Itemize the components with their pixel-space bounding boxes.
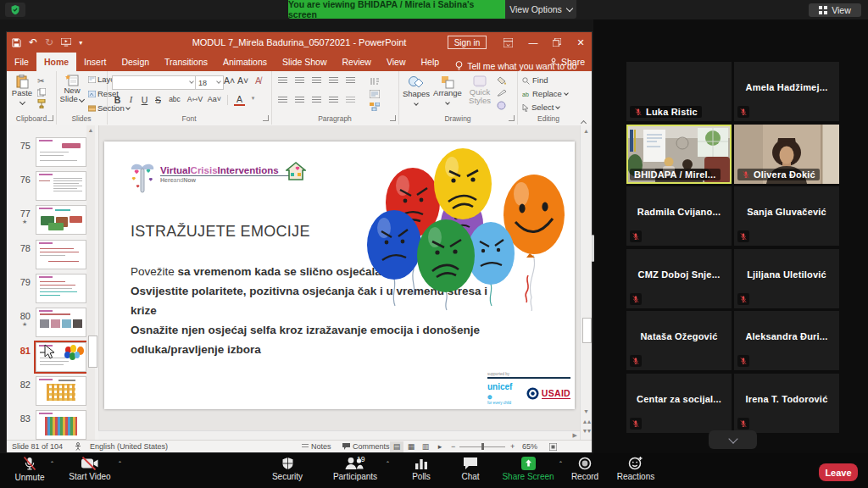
columns-icon[interactable] bbox=[346, 97, 355, 103]
slide-thumbnail-75[interactable] bbox=[36, 137, 86, 167]
align-left-icon[interactable] bbox=[278, 97, 287, 103]
unmute-options-caret[interactable]: ˆ bbox=[51, 460, 53, 469]
reactions-button[interactable]: Reactions bbox=[612, 456, 659, 481]
fit-slide-to-window-icon[interactable] bbox=[549, 441, 557, 452]
line-spacing-icon[interactable] bbox=[346, 77, 355, 84]
find-button[interactable]: Find bbox=[522, 76, 548, 85]
start-video-button[interactable]: Start Video bbox=[64, 456, 115, 481]
zoom-out-button[interactable]: − bbox=[451, 441, 455, 452]
unmute-button[interactable]: Unmute bbox=[10, 456, 49, 482]
participant-tile-irena[interactable]: Irena T. Todorović bbox=[734, 374, 839, 433]
participant-tile-cmz-doboj[interactable]: CMZ Doboj Snje... bbox=[626, 249, 732, 308]
bold-icon[interactable]: B bbox=[112, 95, 123, 105]
redo-icon[interactable]: ↻ bbox=[45, 36, 53, 48]
zoom-percent[interactable]: 65% bbox=[522, 441, 537, 452]
slide-thumbnail-78[interactable] bbox=[36, 240, 86, 269]
font-size-select[interactable]: 18 bbox=[195, 75, 224, 90]
video-options-caret[interactable]: ˆ bbox=[119, 460, 121, 469]
tab-insert[interactable]: Insert bbox=[76, 53, 114, 71]
slide-thumbnail-79[interactable] bbox=[36, 274, 86, 303]
numbering-icon[interactable] bbox=[295, 77, 304, 84]
increase-indent-icon[interactable] bbox=[329, 77, 338, 84]
zoom-slider[interactable] bbox=[459, 441, 505, 452]
font-name-select[interactable] bbox=[112, 75, 197, 90]
participants-button[interactable]: 19 Participants bbox=[329, 456, 381, 481]
next-slide-button[interactable]: ▼▼ bbox=[581, 428, 592, 434]
select-button[interactable]: Select bbox=[522, 103, 559, 112]
align-text-icon[interactable] bbox=[370, 90, 380, 98]
slide-thumbnail-81-selected[interactable] bbox=[36, 342, 86, 372]
zoom-slider-thumb[interactable] bbox=[481, 443, 484, 450]
security-button[interactable]: Security bbox=[266, 456, 309, 481]
tab-review[interactable]: Review bbox=[335, 53, 379, 71]
italic-icon[interactable]: I bbox=[125, 95, 136, 104]
character-spacing-icon[interactable]: A⇿V bbox=[186, 95, 203, 103]
tab-animations[interactable]: Animations bbox=[215, 53, 275, 71]
tab-file[interactable]: File bbox=[7, 53, 36, 71]
slideshow-view-button[interactable]: ▸ bbox=[433, 441, 447, 452]
align-right-icon[interactable] bbox=[312, 97, 321, 103]
notes-button[interactable]: Notes bbox=[302, 441, 331, 452]
cut-icon[interactable]: ✂ bbox=[37, 76, 44, 86]
gallery-scroll-down-button[interactable] bbox=[709, 430, 757, 449]
close-button[interactable]: ✕ bbox=[570, 32, 592, 53]
underline-icon[interactable]: U bbox=[139, 95, 150, 105]
previous-slide-button[interactable]: ▲▲ bbox=[581, 419, 592, 424]
undo-icon[interactable]: ↶ bbox=[29, 36, 37, 48]
slide-sorter-view-button[interactable]: ▦ bbox=[404, 441, 418, 452]
comments-button[interactable]: Comments bbox=[342, 441, 390, 452]
slide-thumbnail-82[interactable] bbox=[36, 376, 86, 406]
grow-font-icon[interactable]: A˄ bbox=[224, 75, 235, 86]
participant-tile-amela[interactable]: Amela Hadžimej... bbox=[734, 62, 839, 121]
tab-home[interactable]: Home bbox=[36, 53, 76, 71]
smartart-convert-icon[interactable] bbox=[370, 103, 380, 111]
normal-view-button[interactable]: ▤ bbox=[390, 441, 403, 452]
change-case-icon[interactable]: Aa˅ bbox=[207, 95, 222, 103]
slide-canvas[interactable]: VirtualCrisisInterventions HereandNow IS… bbox=[104, 141, 575, 409]
drawing-dialog-launcher[interactable] bbox=[509, 115, 515, 121]
participant-tile-luka[interactable]: Luka Ristic bbox=[626, 62, 732, 121]
start-slideshow-icon[interactable] bbox=[61, 38, 71, 47]
sign-in-button[interactable]: Sign in bbox=[448, 36, 487, 49]
accessibility-icon[interactable] bbox=[75, 441, 81, 452]
participant-tile-natasa[interactable]: Nataša Ožegović bbox=[626, 311, 732, 370]
scroll-right-icon[interactable]: ▶ bbox=[573, 432, 577, 439]
paragraph-dialog-launcher[interactable] bbox=[390, 115, 396, 121]
polls-button[interactable]: Polls bbox=[402, 456, 441, 481]
participant-tile-olivera[interactable]: Olivera Đokić bbox=[734, 125, 839, 184]
slide-thumbnail-76[interactable] bbox=[36, 171, 86, 201]
decrease-indent-icon[interactable] bbox=[312, 77, 321, 84]
tab-view[interactable]: View bbox=[379, 53, 414, 71]
leave-button[interactable]: Leave bbox=[819, 463, 858, 481]
font-dialog-launcher[interactable] bbox=[263, 115, 269, 121]
slide-thumbnail-77[interactable] bbox=[36, 205, 86, 235]
text-shadow-icon[interactable]: abc bbox=[166, 95, 183, 103]
language-status[interactable]: English (United States) bbox=[90, 441, 168, 452]
text-direction-icon[interactable] bbox=[370, 76, 380, 86]
font-color-icon[interactable]: A bbox=[234, 94, 245, 106]
scroll-down-icon[interactable]: ▼ bbox=[581, 408, 592, 414]
align-center-icon[interactable] bbox=[295, 97, 304, 103]
share-screen-button[interactable]: Share Screen bbox=[498, 456, 558, 481]
view-button[interactable]: View bbox=[809, 3, 861, 17]
participant-tile-aleksandra[interactable]: Aleksandra Đuri... bbox=[734, 311, 839, 370]
share-options-caret[interactable]: ˆ bbox=[559, 460, 562, 469]
format-painter-icon[interactable] bbox=[37, 99, 46, 108]
strikethrough-icon[interactable]: S bbox=[153, 95, 164, 105]
chat-button[interactable]: Chat bbox=[453, 456, 488, 481]
shapes-button[interactable]: Shapes bbox=[402, 75, 431, 107]
editor-scroll-thumb[interactable] bbox=[582, 318, 592, 343]
record-button[interactable]: Record bbox=[565, 456, 605, 481]
view-options-button[interactable]: View Options bbox=[505, 0, 576, 19]
participant-tile-bhidapa-active-speaker[interactable]: BHIDAPA / Mirel... bbox=[626, 125, 732, 184]
copy-icon[interactable] bbox=[37, 88, 46, 97]
zoom-in-button[interactable]: + bbox=[510, 441, 515, 452]
paste-button[interactable]: Paste bbox=[10, 75, 34, 106]
participants-options-caret[interactable]: ˆ bbox=[387, 460, 389, 469]
tab-transitions[interactable]: Transitions bbox=[157, 53, 215, 71]
shape-effects-icon[interactable] bbox=[497, 101, 506, 110]
reading-view-button[interactable]: ▥ bbox=[419, 441, 432, 452]
clipboard-dialog-launcher[interactable] bbox=[47, 115, 53, 121]
shape-outline-icon[interactable] bbox=[497, 89, 507, 97]
participant-tile-sanja[interactable]: Sanja Gluvačević bbox=[734, 186, 839, 246]
